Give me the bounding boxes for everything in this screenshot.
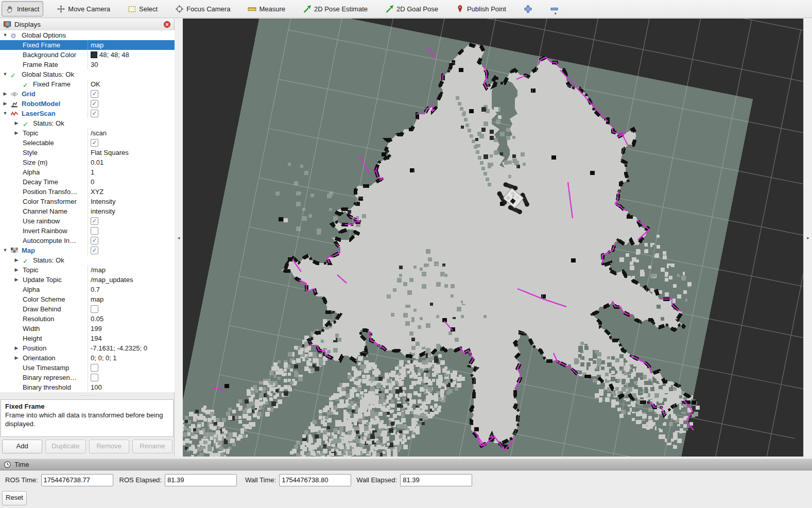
left-splitter-collapse-arrow[interactable]: ◂: [175, 19, 183, 457]
property-value[interactable]: 199: [88, 324, 175, 334]
render-viewport[interactable]: [183, 19, 803, 457]
checkbox[interactable]: [91, 374, 98, 381]
add-tool-button[interactable]: [520, 1, 537, 16]
expander-down-icon[interactable]: ▼: [2, 30, 8, 40]
expander-right-icon[interactable]: ▶: [13, 255, 20, 265]
property-value[interactable]: map: [88, 294, 175, 304]
tree-row-global-status[interactable]: ▼✓Global Status: Ok: [0, 69, 175, 79]
tree-row-binary-threshold[interactable]: Binary threshold100: [0, 382, 175, 392]
property-value[interactable]: [88, 226, 175, 236]
3d-scene[interactable]: [183, 19, 803, 457]
property-value[interactable]: map: [88, 40, 175, 50]
remove-button[interactable]: Remove: [89, 440, 129, 453]
tree-row-laserscan-alpha[interactable]: Alpha1: [0, 167, 175, 177]
property-value[interactable]: 1: [88, 167, 175, 177]
property-value[interactable]: ✓: [88, 236, 175, 246]
property-value[interactable]: Flat Squares: [88, 148, 175, 157]
expander-right-icon[interactable]: ▶: [2, 89, 8, 99]
property-value[interactable]: -7.1631; -4.2325; 0: [88, 343, 175, 353]
property-value[interactable]: 0; 0; 0; 1: [88, 353, 175, 363]
property-value[interactable]: 48; 48; 48: [88, 50, 175, 60]
property-value[interactable]: [88, 373, 175, 382]
checkbox[interactable]: ✓: [91, 110, 98, 117]
property-value[interactable]: 0.7: [88, 285, 175, 294]
tool-interact[interactable]: Interact: [2, 1, 43, 16]
tree-row-invert-rainbow[interactable]: Invert Rainbow: [0, 226, 175, 236]
tree-row-channel-name[interactable]: Channel Nameintensity: [0, 206, 175, 216]
property-value[interactable]: ✓: [88, 138, 175, 148]
checkbox[interactable]: ✓: [91, 90, 98, 98]
tree-row-fixed-frame[interactable]: Fixed Framemap: [0, 40, 175, 50]
property-value[interactable]: 0.01: [88, 157, 175, 167]
property-value[interactable]: /map: [88, 265, 175, 275]
tree-row-style[interactable]: StyleFlat Squares: [0, 148, 175, 157]
tree-row-frame-rate[interactable]: Frame Rate30: [0, 60, 175, 69]
tree-row-resolution[interactable]: Resolution0.05: [0, 314, 175, 324]
property-value[interactable]: Intensity: [88, 197, 175, 206]
property-value[interactable]: 30: [88, 60, 175, 69]
checkbox[interactable]: ✓: [91, 247, 98, 254]
expander-right-icon[interactable]: ▶: [13, 343, 20, 353]
tool-focus-camera[interactable]: Focus Camera: [171, 1, 234, 16]
expander-right-icon[interactable]: ▶: [2, 99, 8, 109]
tree-row-map-status[interactable]: ▶✓Status: Ok: [0, 255, 175, 265]
tree-row-binary-representation[interactable]: Binary represen…: [0, 373, 175, 382]
checkbox[interactable]: ✓: [91, 217, 98, 225]
reset-button[interactable]: Reset: [2, 491, 27, 505]
property-value[interactable]: [88, 363, 175, 373]
property-value[interactable]: ✓: [88, 99, 175, 109]
tree-row-orientation[interactable]: ▶Orientation0; 0; 0; 1: [0, 353, 175, 363]
wall-elapsed-input[interactable]: [400, 474, 472, 486]
property-value[interactable]: ✓: [88, 109, 175, 118]
checkbox[interactable]: [91, 364, 98, 372]
tree-row-laserscan-topic[interactable]: ▶Topic/scan: [0, 128, 175, 138]
tree-row-update-topic[interactable]: ▶Update Topic/map_updates: [0, 275, 175, 285]
tree-row-position-transformer[interactable]: Position Transfo…XYZ: [0, 187, 175, 197]
tree-row-height[interactable]: Height194: [0, 334, 175, 343]
checkbox[interactable]: ✓: [91, 139, 98, 147]
expander-right-icon[interactable]: ▶: [13, 275, 20, 285]
property-value[interactable]: 194: [88, 334, 175, 343]
tree-row-selectable[interactable]: Selectable✓: [0, 138, 175, 148]
ros-elapsed-input[interactable]: [165, 474, 237, 486]
tool-move-camera[interactable]: Move Camera: [53, 1, 114, 16]
tree-row-decay-time[interactable]: Decay Time0: [0, 177, 175, 187]
tree-row-use-rainbow[interactable]: Use rainbow✓: [0, 216, 175, 226]
tree-row-map[interactable]: ▼Map✓: [0, 246, 175, 255]
tree-row-grid[interactable]: ▶Grid✓: [0, 89, 175, 99]
checkbox[interactable]: [91, 305, 98, 313]
tree-row-width[interactable]: Width199: [0, 324, 175, 334]
tree-row-color-transformer[interactable]: Color TransformerIntensity: [0, 197, 175, 206]
tree-row-size-m[interactable]: Size (m)0.01: [0, 157, 175, 167]
toolbar-overflow-chevron-icon[interactable]: ▾: [555, 11, 557, 16]
tree-row-robotmodel[interactable]: ▶RobotModel✓: [0, 99, 175, 109]
expander-down-icon[interactable]: ▼: [2, 246, 8, 255]
tool-measure[interactable]: Measure: [244, 1, 289, 16]
wall-time-input[interactable]: [279, 474, 351, 486]
property-value[interactable]: ✓: [88, 216, 175, 226]
property-value[interactable]: /scan: [88, 128, 175, 138]
property-value[interactable]: 0: [88, 177, 175, 187]
tool-publish-point[interactable]: Publish Point: [452, 1, 510, 16]
tree-row-use-timestamp[interactable]: Use Timestamp: [0, 363, 175, 373]
tree-row-draw-behind[interactable]: Draw Behind: [0, 304, 175, 314]
tree-row-color-scheme[interactable]: Color Schememap: [0, 294, 175, 304]
property-value[interactable]: 100: [88, 382, 175, 392]
rename-button[interactable]: Rename: [132, 440, 172, 453]
tree-row-map-alpha[interactable]: Alpha0.7: [0, 285, 175, 294]
tool-2d-pose-estimate[interactable]: 2D Pose Estimate: [299, 1, 372, 16]
tree-row-autocompute-intensity[interactable]: Autocompute In…✓: [0, 236, 175, 246]
expander-right-icon[interactable]: ▶: [13, 118, 20, 128]
tree-row-global-options[interactable]: ▼⚙Global Options: [0, 30, 175, 40]
property-value[interactable]: 0.05: [88, 314, 175, 324]
tree-row-global-status-fixed-frame[interactable]: ✓Fixed FrameOK: [0, 79, 175, 89]
property-value[interactable]: OK: [88, 79, 175, 89]
property-value[interactable]: intensity: [88, 206, 175, 216]
expander-down-icon[interactable]: ▼: [2, 69, 8, 79]
close-panel-button[interactable]: [163, 21, 171, 28]
tree-row-laserscan-status[interactable]: ▶✓Status: Ok: [0, 118, 175, 128]
expander-down-icon[interactable]: ▼: [2, 109, 8, 118]
ros-time-input[interactable]: [41, 474, 113, 486]
property-value[interactable]: [88, 304, 175, 314]
property-value[interactable]: ✓: [88, 246, 175, 255]
